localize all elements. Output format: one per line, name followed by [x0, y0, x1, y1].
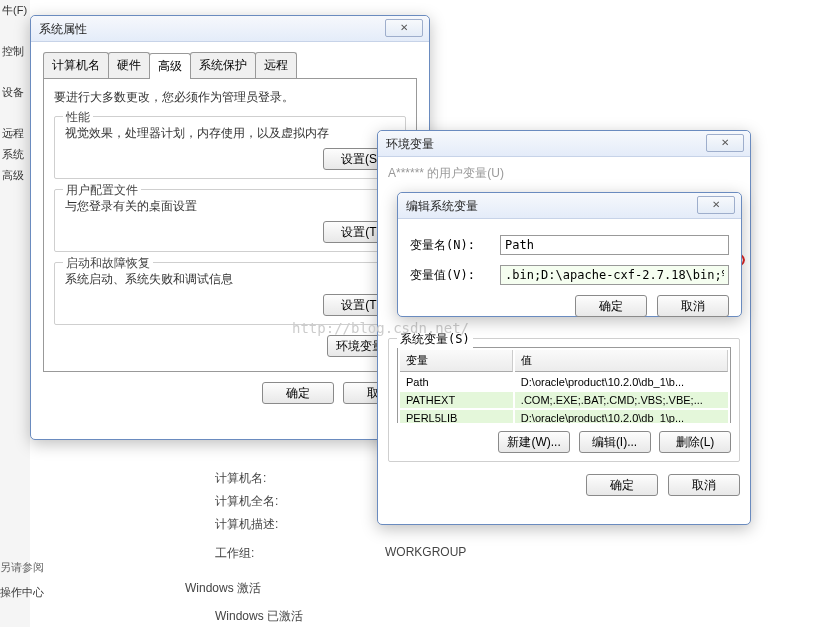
- variable-name-label: 变量名(N):: [410, 237, 500, 254]
- cancel-button[interactable]: 取消: [668, 474, 740, 496]
- startup-recovery-desc: 系统启动、系统失败和调试信息: [65, 271, 395, 288]
- close-button[interactable]: ✕: [385, 19, 423, 37]
- system-variables-table[interactable]: 变量 值 PathD:\oracle\product\10.2.0\db_1\b…: [397, 347, 731, 423]
- new-variable-button[interactable]: 新建(W)...: [498, 431, 570, 453]
- sidebar-item[interactable]: 牛(F): [0, 0, 30, 21]
- close-button[interactable]: ✕: [706, 134, 744, 152]
- edit-system-variable-dialog: 编辑系统变量 ✕ 变量名(N): 变量值(V): 确定 取消: [397, 192, 742, 317]
- performance-group: 性能 视觉效果，处理器计划，内存使用，以及虚拟内存 设置(S: [54, 116, 406, 179]
- var-value-cell: .COM;.EXE;.BAT;.CMD;.VBS;.VBE;...: [515, 392, 728, 408]
- tab-hardware[interactable]: 硬件: [108, 52, 150, 78]
- environment-variables-dialog: 环境变量 ✕ A****** 的用户变量(U) 系统变量(S) 变量 值 Pat…: [377, 130, 751, 525]
- sidebar-item[interactable]: 系统: [0, 144, 30, 165]
- dialog-title-bar[interactable]: 系统属性 ✕: [31, 16, 429, 42]
- user-vars-header-truncated: A****** 的用户变量(U): [388, 165, 740, 182]
- activation-header: Windows 激活: [185, 580, 261, 597]
- workgroup-value: WORKGROUP: [385, 545, 466, 559]
- dialog-title-bar[interactable]: 编辑系统变量 ✕: [398, 193, 741, 219]
- sidebar-item[interactable]: 远程: [0, 123, 30, 144]
- delete-variable-button[interactable]: 删除(L): [659, 431, 731, 453]
- see-also-label: 另请参阅: [0, 560, 44, 575]
- startup-recovery-title: 启动和故障恢复: [63, 255, 153, 272]
- computer-name-label: 计算机名:: [215, 470, 266, 487]
- description-label: 计算机描述:: [215, 516, 278, 533]
- sidebar-item[interactable]: 高级: [0, 165, 30, 186]
- ok-button[interactable]: 确定: [262, 382, 334, 404]
- col-variable[interactable]: 变量: [400, 350, 513, 372]
- performance-desc: 视觉效果，处理器计划，内存使用，以及虚拟内存: [65, 125, 395, 142]
- workgroup-label: 工作组:: [215, 545, 254, 562]
- system-vars-title: 系统变量(S): [397, 331, 473, 348]
- var-name-cell: PATHEXT: [400, 392, 513, 408]
- cancel-button[interactable]: 取消: [657, 295, 729, 317]
- dialog-title-text: 编辑系统变量: [406, 199, 478, 213]
- var-name-cell: Path: [400, 374, 513, 390]
- dialog-title-bar[interactable]: 环境变量 ✕: [378, 131, 750, 157]
- user-profiles-group: 用户配置文件 与您登录有关的桌面设置 设置(T: [54, 189, 406, 252]
- full-name-label: 计算机全名:: [215, 493, 278, 510]
- sidebar-item[interactable]: 控制: [0, 41, 30, 62]
- tabs-bar: 计算机名 硬件 高级 系统保护 远程: [43, 52, 417, 79]
- activation-status: Windows 已激活: [215, 608, 303, 625]
- col-value[interactable]: 值: [515, 350, 728, 372]
- dialog-title-text: 环境变量: [386, 137, 434, 151]
- variable-value-label: 变量值(V):: [410, 267, 500, 284]
- var-name-cell: PERL5LIB: [400, 410, 513, 423]
- left-sidebar: 牛(F) 控制 设备 远程 系统 高级: [0, 0, 30, 627]
- action-center-link[interactable]: 操作中心: [0, 585, 44, 600]
- sidebar-item[interactable]: 设备: [0, 82, 30, 103]
- variable-value-input[interactable]: [500, 265, 729, 285]
- user-profiles-desc: 与您登录有关的桌面设置: [65, 198, 395, 215]
- dialog-title-text: 系统属性: [39, 22, 87, 36]
- table-row[interactable]: PathD:\oracle\product\10.2.0\db_1\b...: [400, 374, 728, 390]
- table-row[interactable]: PATHEXT.COM;.EXE;.BAT;.CMD;.VBS;.VBE;...: [400, 392, 728, 408]
- tab-computer-name[interactable]: 计算机名: [43, 52, 109, 78]
- close-button[interactable]: ✕: [697, 196, 735, 214]
- admin-notice: 要进行大多数更改，您必须作为管理员登录。: [54, 89, 406, 106]
- system-variables-group: 系统变量(S) 变量 值 PathD:\oracle\product\10.2.…: [388, 338, 740, 462]
- edit-variable-button[interactable]: 编辑(I)...: [579, 431, 651, 453]
- table-row[interactable]: PERL5LIBD:\oracle\product\10.2.0\db_1\p.…: [400, 410, 728, 423]
- performance-title: 性能: [63, 109, 93, 126]
- tab-protection[interactable]: 系统保护: [190, 52, 256, 78]
- ok-button[interactable]: 确定: [575, 295, 647, 317]
- startup-recovery-group: 启动和故障恢复 系统启动、系统失败和调试信息 设置(T: [54, 262, 406, 325]
- var-value-cell: D:\oracle\product\10.2.0\db_1\p...: [515, 410, 728, 423]
- var-value-cell: D:\oracle\product\10.2.0\db_1\b...: [515, 374, 728, 390]
- tab-advanced[interactable]: 高级: [149, 53, 191, 79]
- system-properties-dialog: 系统属性 ✕ 计算机名 硬件 高级 系统保护 远程 要进行大多数更改，您必须作为…: [30, 15, 430, 440]
- ok-button[interactable]: 确定: [586, 474, 658, 496]
- tab-remote[interactable]: 远程: [255, 52, 297, 78]
- user-profiles-title: 用户配置文件: [63, 182, 141, 199]
- variable-name-input[interactable]: [500, 235, 729, 255]
